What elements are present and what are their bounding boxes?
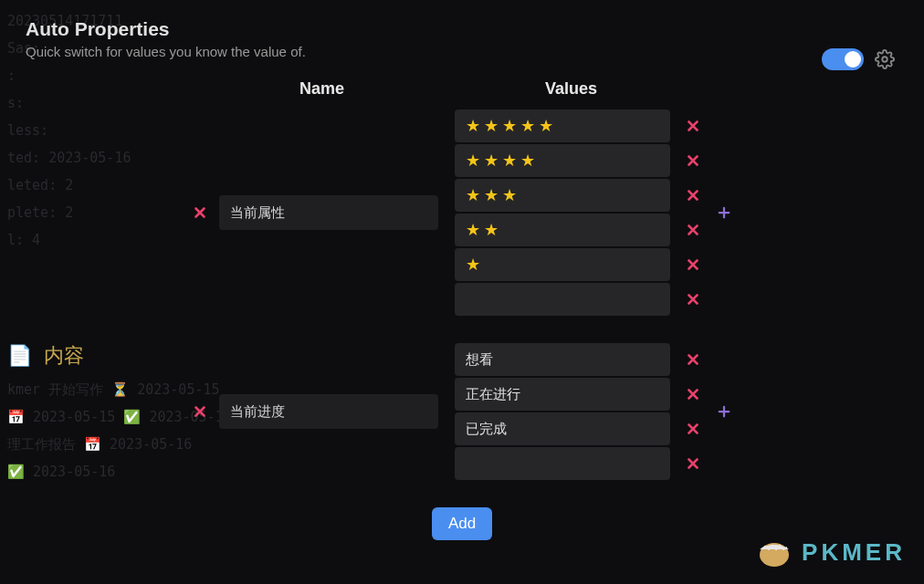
property-value-input[interactable]: 已完成	[455, 412, 670, 445]
star-icon: ★	[484, 185, 499, 205]
delete-value-button[interactable]	[683, 349, 703, 370]
values-header: Values	[545, 79, 597, 99]
property-value-input[interactable]: 想看	[455, 343, 670, 376]
property-value-input[interactable]: ★★★★★	[455, 110, 670, 142]
delete-value-button[interactable]	[683, 220, 703, 240]
star-icon: ★	[484, 151, 499, 171]
star-icon: ★	[539, 116, 553, 136]
property-name-input[interactable]	[219, 394, 438, 429]
property-value-input[interactable]: 正在进行	[455, 378, 670, 411]
add-button[interactable]: Add	[432, 507, 492, 540]
property-value-input[interactable]	[455, 447, 670, 480]
delete-value-button[interactable]	[683, 255, 703, 275]
star-icon: ★	[520, 151, 535, 171]
page-title: Auto Properties	[26, 18, 898, 40]
property-value-input[interactable]	[455, 283, 670, 316]
delete-value-button[interactable]	[683, 116, 703, 136]
pkmer-logo: PKMER	[756, 537, 906, 568]
star-icon: ★	[502, 151, 517, 171]
name-header: Name	[299, 79, 344, 99]
star-icon: ★	[466, 116, 480, 136]
delete-property-button[interactable]	[190, 402, 210, 422]
delete-value-button[interactable]	[683, 384, 703, 404]
property-value-input[interactable]: ★★	[455, 214, 670, 246]
delete-value-button[interactable]	[683, 185, 703, 205]
property-name-input[interactable]	[219, 195, 438, 230]
svg-point-0	[882, 57, 887, 62]
property-value-input[interactable]: ★★★	[455, 179, 670, 212]
star-icon: ★	[502, 185, 517, 205]
star-icon: ★	[466, 255, 480, 275]
delete-value-button[interactable]	[683, 151, 703, 171]
add-value-button[interactable]	[714, 402, 734, 422]
property-value-input[interactable]: ★★★★	[455, 144, 670, 177]
delete-value-button[interactable]	[683, 289, 703, 309]
star-icon: ★	[484, 116, 499, 136]
enable-toggle[interactable]	[822, 48, 864, 70]
star-icon: ★	[466, 151, 480, 171]
star-icon: ★	[520, 116, 535, 136]
delete-value-button[interactable]	[683, 454, 703, 474]
property-row: 想看正在进行已完成	[26, 343, 898, 480]
property-row: ★★★★★★★★★★★★★★★	[26, 110, 898, 316]
add-value-button[interactable]	[714, 203, 734, 223]
star-icon: ★	[484, 220, 499, 240]
property-value-input[interactable]: ★	[455, 248, 670, 281]
column-headers: Name Values	[26, 79, 898, 99]
star-icon: ★	[466, 185, 480, 205]
delete-value-button[interactable]	[683, 419, 703, 439]
gear-icon[interactable]	[875, 49, 895, 69]
delete-property-button[interactable]	[190, 203, 210, 223]
star-icon: ★	[502, 116, 517, 136]
star-icon: ★	[466, 220, 480, 240]
pkmer-egg-icon	[756, 537, 793, 568]
pkmer-text: PKMER	[802, 538, 906, 567]
